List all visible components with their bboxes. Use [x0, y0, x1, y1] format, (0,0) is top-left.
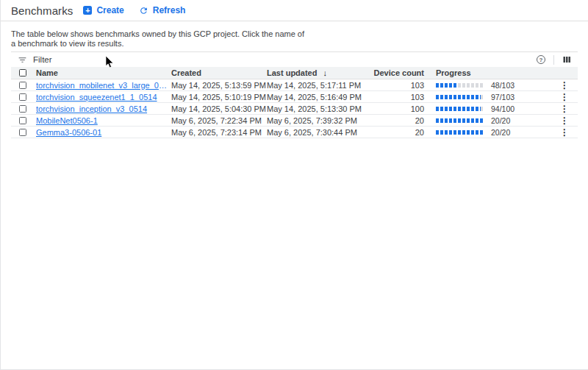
- progress-bar-fill: [436, 107, 481, 111]
- progress-cell: 48/103: [424, 81, 551, 90]
- page-header: Benchmarks + Create Refresh: [1, 0, 588, 21]
- row-checkbox-cell: [11, 105, 36, 113]
- progress-bar: [436, 95, 484, 99]
- column-header-progress[interactable]: Progress: [424, 68, 551, 77]
- progress-label: 20/20: [491, 116, 510, 125]
- device-count-cell: 20: [362, 116, 424, 125]
- row-checkbox-cell: [11, 129, 36, 136]
- last-updated-cell: May 6, 2025, 7:39:32 PM: [267, 116, 362, 125]
- benchmark-name-link[interactable]: Gemma3-0506-01: [36, 128, 171, 137]
- filter-label: Filter: [33, 55, 52, 64]
- column-settings-icon[interactable]: [562, 55, 571, 64]
- toolbar-divider: [553, 55, 554, 65]
- filter-button[interactable]: Filter: [18, 55, 52, 65]
- refresh-button-label: Refresh: [153, 5, 186, 15]
- device-count-cell: 20: [362, 128, 424, 137]
- row-checkbox[interactable]: [19, 93, 26, 101]
- kebab-menu-icon[interactable]: ⋮: [560, 128, 569, 137]
- description-line-2: a benchmark to view its results.: [11, 39, 578, 49]
- progress-bar: [436, 107, 484, 111]
- row-checkbox-cell: [11, 117, 36, 124]
- last-updated-cell: May 6, 2025, 7:30:44 PM: [267, 128, 362, 137]
- progress-cell: 20/20: [424, 116, 551, 125]
- progress-bar-fill: [436, 95, 481, 99]
- benchmark-name-link[interactable]: MobileNet0506-1: [36, 116, 171, 125]
- progress-label: 94/100: [491, 104, 514, 113]
- sort-descending-icon[interactable]: ↓: [323, 68, 327, 77]
- table-row: Gemma3-0506-01 May 6, 2025, 7:23:14 PM M…: [11, 127, 578, 138]
- row-menu-cell: ⋮: [551, 128, 578, 137]
- column-header-last-updated[interactable]: Last updated ↓: [267, 68, 362, 77]
- header-checkbox-cell: [11, 69, 36, 77]
- column-header-created[interactable]: Created: [171, 68, 267, 77]
- kebab-menu-icon[interactable]: ⋮: [560, 93, 569, 102]
- row-checkbox[interactable]: [19, 117, 26, 124]
- created-cell: May 14, 2025, 5:10:19 PM: [171, 93, 267, 102]
- page-title: Benchmarks: [11, 4, 73, 17]
- plus-icon: +: [83, 6, 92, 15]
- created-cell: May 6, 2025, 7:22:34 PM: [171, 116, 267, 125]
- created-cell: May 14, 2025, 5:13:59 PM: [171, 81, 267, 90]
- progress-label: 20/20: [491, 128, 510, 137]
- create-button[interactable]: + Create: [83, 5, 123, 15]
- description-line-1: The table below shows benchmarks owned b…: [11, 29, 578, 39]
- created-cell: May 14, 2025, 5:04:30 PM: [171, 104, 267, 113]
- table-row: torchvision_inception_v3_0514 May 14, 20…: [11, 103, 578, 115]
- device-count-cell: 100: [362, 104, 424, 113]
- row-checkbox[interactable]: [19, 105, 26, 113]
- row-checkbox-cell: [11, 93, 36, 101]
- progress-cell: 20/20: [424, 128, 551, 137]
- kebab-menu-icon[interactable]: ⋮: [560, 116, 569, 125]
- table-header-row: Name Created Last updated ↓ Device count…: [11, 67, 578, 79]
- filter-icon: [18, 55, 27, 65]
- device-count-cell: 103: [362, 93, 424, 102]
- benchmark-name-link[interactable]: torchvision_inception_v3_0514: [36, 104, 171, 113]
- row-checkbox[interactable]: [19, 129, 26, 136]
- row-checkbox[interactable]: [19, 82, 26, 89]
- column-header-last-updated-label: Last updated: [267, 68, 317, 77]
- last-updated-cell: May 14, 2025, 5:17:11 PM: [267, 81, 362, 90]
- table-row: MobileNet0506-1 May 6, 2025, 7:22:34 PM …: [11, 115, 578, 127]
- progress-bar-fill: [436, 118, 484, 123]
- page-description: The table below shows benchmarks owned b…: [1, 21, 588, 49]
- row-menu-cell: ⋮: [551, 81, 578, 90]
- kebab-menu-icon[interactable]: ⋮: [560, 104, 569, 113]
- refresh-icon: [139, 6, 148, 15]
- row-menu-cell: ⋮: [551, 104, 578, 113]
- column-header-device-count[interactable]: Device count: [362, 68, 424, 77]
- benchmarks-table-card: Filter ? Name Created Last updated ↓ Dev…: [11, 51, 578, 138]
- progress-cell: 94/100: [424, 104, 551, 113]
- device-count-cell: 103: [362, 81, 424, 90]
- row-menu-cell: ⋮: [551, 116, 578, 125]
- last-updated-cell: May 14, 2025, 5:13:30 PM: [267, 104, 362, 113]
- create-button-label: Create: [96, 5, 123, 15]
- select-all-checkbox[interactable]: [19, 69, 26, 77]
- kebab-menu-icon[interactable]: ⋮: [560, 81, 569, 90]
- benchmark-name-link[interactable]: torchvision_squeezenet1_1_0514: [36, 93, 171, 102]
- progress-bar-fill: [436, 130, 484, 135]
- filter-bar-actions: ?: [537, 55, 571, 65]
- last-updated-cell: May 14, 2025, 5:16:49 PM: [267, 93, 362, 102]
- progress-bar: [436, 118, 484, 123]
- progress-label: 48/103: [491, 81, 514, 90]
- table-row: torchvision_mobilenet_v3_large_0514 May …: [11, 79, 578, 91]
- progress-bar: [436, 83, 484, 88]
- progress-bar: [436, 130, 484, 135]
- created-cell: May 6, 2025, 7:23:14 PM: [171, 128, 267, 137]
- table-row: torchvision_squeezenet1_1_0514 May 14, 2…: [11, 91, 578, 103]
- refresh-button[interactable]: Refresh: [139, 5, 186, 15]
- filter-bar: Filter ?: [11, 52, 578, 67]
- benchmarks-panel: Benchmarks + Create Refresh The table be…: [0, 0, 588, 370]
- progress-cell: 97/103: [424, 93, 551, 102]
- row-checkbox-cell: [11, 82, 36, 89]
- row-menu-cell: ⋮: [551, 93, 578, 102]
- help-icon[interactable]: ?: [537, 55, 545, 64]
- column-header-name[interactable]: Name: [36, 68, 171, 77]
- progress-label: 97/103: [491, 93, 514, 102]
- benchmark-name-link[interactable]: torchvision_mobilenet_v3_large_0514: [36, 81, 171, 90]
- progress-bar-fill: [436, 83, 458, 88]
